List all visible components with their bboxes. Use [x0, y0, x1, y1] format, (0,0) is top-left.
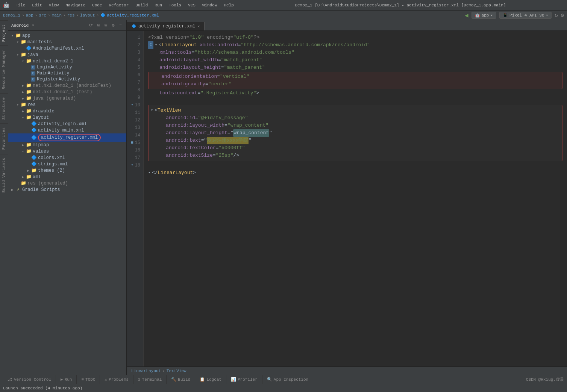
tree-item-loginactivity[interactable]: C LoginActivity [8, 64, 126, 70]
tree-item-package[interactable]: ▾ 📁 net.hxl.demo2_1 [8, 58, 126, 64]
code-editor[interactable]: <?xml version="1.0" encoding="utf-8"?> C… [144, 31, 567, 366]
tree-label: RegisterActivity [37, 77, 80, 82]
tree-item-activity-login[interactable]: 🔷 activity_login.xml [8, 121, 126, 127]
tree-item-colors[interactable]: 🔷 colors.xml [8, 154, 126, 161]
editor-content[interactable]: 1 2 3 4 5 6 7 8 9 ▾10 11 12 13 14 ■15 16… [127, 31, 567, 366]
expand-all-icon[interactable]: ⊞ [103, 22, 109, 29]
tree-item-activity-main[interactable]: 🔷 activity_main.xml [8, 127, 126, 133]
status-tab-logcat[interactable]: 📋 Logcat [195, 375, 226, 384]
sync-icon[interactable]: ⟳ [88, 22, 94, 29]
status-tab-build[interactable]: 🔨 Build [167, 375, 195, 384]
menu-window[interactable]: Window [199, 2, 220, 8]
menu-help[interactable]: Help [221, 2, 237, 8]
navigate-icon[interactable]: ◀ [465, 12, 468, 19]
menu-vcs[interactable]: VCS [185, 2, 199, 8]
tree-label: themes (2) [38, 168, 65, 173]
status-tab-terminal[interactable]: ⊡ Terminal [133, 375, 167, 384]
expand-arrow: ▾ [15, 40, 20, 44]
menu-file[interactable]: File [12, 2, 28, 8]
tree-label: Gradle Scripts [22, 187, 60, 192]
close-panel-icon[interactable]: − [118, 22, 123, 29]
device-selector[interactable]: 📱 Pixel 4 API 30 ▾ [499, 12, 552, 19]
tree-item-registeractivity[interactable]: C RegisterActivity [8, 76, 126, 82]
tree-item-strings[interactable]: 🔷 strings.xml [8, 161, 126, 167]
tree-item-values[interactable]: ▾ 📁 values [8, 148, 126, 154]
folder-icon: 📁 [31, 168, 37, 173]
status-tab-problems[interactable]: ⚠ Problems [100, 375, 133, 384]
tree-item-mipmap[interactable]: ▶ 📁 mipmap [8, 142, 126, 148]
left-tab-resource[interactable]: Resource Manager [0, 45, 8, 93]
editor-tabs: 🔷 activity_register.xml ✕ [127, 20, 567, 31]
tree-item-java-generated[interactable]: ▶ 📁 java (generated) [8, 95, 126, 101]
panel-header: Android ▾ ⟳ ⊟ ⊞ ⚙ − [8, 20, 126, 31]
menu-tools[interactable]: Tools [166, 2, 184, 8]
path-file[interactable]: 🔷 activity_register.xml [100, 13, 159, 18]
tree-item-test[interactable]: ▶ 📁 net.hxl.demo2_1 (test) [8, 89, 126, 95]
path-main[interactable]: main [52, 13, 62, 18]
tree-item-manifests[interactable]: ▾ 📁 manifests [8, 39, 126, 45]
left-tab-build-variants[interactable]: Build Variants [0, 154, 8, 196]
line-num-11: 11 [127, 109, 143, 117]
editor-area: 🔷 activity_register.xml ✕ 1 2 3 4 5 6 7 … [127, 20, 567, 375]
status-tab-todo[interactable]: ≡ TODO [77, 375, 100, 384]
status-tab-version-control[interactable]: ⎇ Version Control [3, 375, 56, 384]
status-tab-run[interactable]: ▶ Run [56, 375, 77, 384]
status-bar-right: CSDN @Hxiug.虚晨 [526, 377, 564, 382]
tree-label: java (generated) [33, 96, 76, 101]
tree-item-java[interactable]: ▾ 📁 java [8, 51, 126, 58]
tree-item-mainactivity[interactable]: C MainActivity [8, 70, 126, 76]
status-tab-label: Terminal [142, 377, 162, 382]
menu-refactor[interactable]: Refactor [106, 2, 132, 8]
tree-item-layout[interactable]: ▾ 📁 layout [8, 114, 126, 121]
build-icon: 🔨 [171, 377, 176, 382]
refresh-icon[interactable]: ↻ [555, 12, 558, 18]
run-icon: ▶ [61, 377, 63, 382]
tree-item-androidtest[interactable]: ▶ 📁 net.hxl.demo2_1 (androidTest) [8, 82, 126, 89]
tree-item-drawable[interactable]: ▶ 📁 drawable [8, 108, 126, 114]
tree-label: values [33, 149, 49, 154]
code-line-8: tools:context=".RegisterActivity"> [148, 89, 562, 97]
tree-item-androidmanifest[interactable]: 🔷 AndroidManifest.xml [8, 45, 126, 51]
java-badge: C [31, 71, 35, 76]
left-tab-structure[interactable]: Structure [0, 93, 8, 123]
status-tabs: ⎇ Version Control ▶ Run ≡ TODO ⚠ Problem… [3, 375, 313, 384]
collapse-all-icon[interactable]: ⊟ [96, 22, 102, 29]
tree-item-activity-register[interactable]: 🔷 activity_register.xml [8, 133, 126, 142]
menu-build[interactable]: Build [132, 2, 151, 8]
panel-dropdown[interactable]: ▾ [32, 23, 34, 28]
menu-edit[interactable]: Edit [29, 2, 45, 8]
status-tab-app-inspection[interactable]: 🔍 App Inspection [262, 375, 313, 384]
breadcrumb-textview[interactable]: TextView [167, 369, 186, 373]
tab-close-button[interactable]: ✕ [197, 24, 200, 29]
tree-item-gradle[interactable]: ▶ ⚡ Gradle Scripts [8, 186, 126, 193]
left-tab-project[interactable]: Project [0, 20, 8, 45]
code-line-12: android:layout_width="wrap_content" [151, 122, 560, 129]
app-dropdown[interactable]: 🤖 app ▾ [471, 12, 496, 19]
tree-item-res[interactable]: ▾ 📁 res [8, 101, 126, 108]
breadcrumb-linearlayout[interactable]: LinearLayout [131, 369, 161, 373]
menu-view[interactable]: View [46, 2, 62, 8]
xml-icon: 🔷 [31, 121, 37, 127]
code-line-4: android:layout_width="match_parent" [148, 56, 562, 64]
path-layout[interactable]: layout [80, 13, 95, 18]
menu-code[interactable]: Code [89, 2, 105, 8]
menu-navigate[interactable]: Navigate [62, 2, 88, 8]
editor-tab-register[interactable]: 🔷 activity_register.xml ✕ [127, 22, 205, 30]
window-title: Demo2_1 [D:\AndroidStudioProjects\Demo2_… [237, 3, 564, 8]
tree-item-xml[interactable]: ▶ 📁 xml [8, 174, 126, 180]
left-tab-favorites[interactable]: Favorites [0, 123, 8, 153]
path-app[interactable]: app [26, 13, 33, 18]
tree-item-app[interactable]: ▾ 📁 app [8, 32, 126, 39]
status-tab-profiler[interactable]: 📊 Profiler [226, 375, 262, 384]
tree-item-res-generated[interactable]: 📁 res (generated) [8, 180, 126, 186]
path-demo2-1[interactable]: Demo2_1 [3, 13, 20, 18]
path-res[interactable]: res [67, 13, 75, 18]
path-src[interactable]: src [39, 13, 46, 18]
project-tree: ▾ 📁 app ▾ 📁 manifests 🔷 AndroidManifest.… [8, 31, 126, 375]
menu-run[interactable]: Run [152, 2, 165, 8]
tree-item-themes[interactable]: ▶ 📁 themes (2) [8, 167, 126, 174]
settings-icon-panel[interactable]: ⚙ [111, 22, 116, 29]
tree-label: net.hxl.demo2_1 (androidTest) [33, 83, 111, 88]
settings-icon[interactable]: ⚙ [561, 12, 564, 18]
line-num-10: ▾10 [127, 101, 143, 109]
